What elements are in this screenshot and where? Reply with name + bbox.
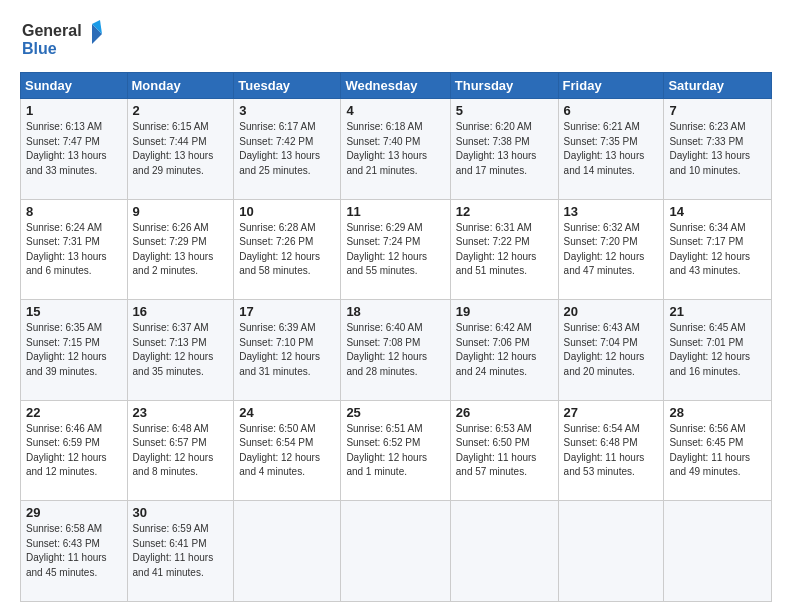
day-number: 17	[239, 304, 335, 319]
calendar-cell: 27Sunrise: 6:54 AM Sunset: 6:48 PM Dayli…	[558, 400, 664, 501]
calendar-cell: 4Sunrise: 6:18 AM Sunset: 7:40 PM Daylig…	[341, 99, 450, 200]
day-header-saturday: Saturday	[664, 73, 772, 99]
day-number: 13	[564, 204, 659, 219]
day-number: 25	[346, 405, 444, 420]
day-number: 19	[456, 304, 553, 319]
calendar-cell	[234, 501, 341, 602]
day-detail: Sunrise: 6:35 AM Sunset: 7:15 PM Dayligh…	[26, 321, 122, 379]
day-detail: Sunrise: 6:53 AM Sunset: 6:50 PM Dayligh…	[456, 422, 553, 480]
calendar-cell: 15Sunrise: 6:35 AM Sunset: 7:15 PM Dayli…	[21, 300, 128, 401]
day-detail: Sunrise: 6:51 AM Sunset: 6:52 PM Dayligh…	[346, 422, 444, 480]
day-header-thursday: Thursday	[450, 73, 558, 99]
day-detail: Sunrise: 6:32 AM Sunset: 7:20 PM Dayligh…	[564, 221, 659, 279]
day-detail: Sunrise: 6:15 AM Sunset: 7:44 PM Dayligh…	[133, 120, 229, 178]
day-detail: Sunrise: 6:48 AM Sunset: 6:57 PM Dayligh…	[133, 422, 229, 480]
logo: General Blue	[20, 16, 110, 64]
calendar-cell: 8Sunrise: 6:24 AM Sunset: 7:31 PM Daylig…	[21, 199, 128, 300]
day-detail: Sunrise: 6:23 AM Sunset: 7:33 PM Dayligh…	[669, 120, 766, 178]
calendar-week-row: 15Sunrise: 6:35 AM Sunset: 7:15 PM Dayli…	[21, 300, 772, 401]
day-number: 30	[133, 505, 229, 520]
calendar-cell: 16Sunrise: 6:37 AM Sunset: 7:13 PM Dayli…	[127, 300, 234, 401]
calendar-cell	[558, 501, 664, 602]
calendar-cell	[341, 501, 450, 602]
calendar-cell: 20Sunrise: 6:43 AM Sunset: 7:04 PM Dayli…	[558, 300, 664, 401]
calendar-table: SundayMondayTuesdayWednesdayThursdayFrid…	[20, 72, 772, 602]
day-number: 5	[456, 103, 553, 118]
day-number: 10	[239, 204, 335, 219]
day-header-friday: Friday	[558, 73, 664, 99]
day-number: 21	[669, 304, 766, 319]
day-detail: Sunrise: 6:20 AM Sunset: 7:38 PM Dayligh…	[456, 120, 553, 178]
day-number: 7	[669, 103, 766, 118]
day-number: 3	[239, 103, 335, 118]
day-detail: Sunrise: 6:18 AM Sunset: 7:40 PM Dayligh…	[346, 120, 444, 178]
day-detail: Sunrise: 6:39 AM Sunset: 7:10 PM Dayligh…	[239, 321, 335, 379]
calendar-cell: 6Sunrise: 6:21 AM Sunset: 7:35 PM Daylig…	[558, 99, 664, 200]
day-number: 8	[26, 204, 122, 219]
day-detail: Sunrise: 6:40 AM Sunset: 7:08 PM Dayligh…	[346, 321, 444, 379]
day-number: 14	[669, 204, 766, 219]
day-header-sunday: Sunday	[21, 73, 128, 99]
day-number: 28	[669, 405, 766, 420]
day-detail: Sunrise: 6:26 AM Sunset: 7:29 PM Dayligh…	[133, 221, 229, 279]
day-detail: Sunrise: 6:43 AM Sunset: 7:04 PM Dayligh…	[564, 321, 659, 379]
svg-text:General: General	[22, 22, 82, 39]
day-detail: Sunrise: 6:54 AM Sunset: 6:48 PM Dayligh…	[564, 422, 659, 480]
calendar-cell: 30Sunrise: 6:59 AM Sunset: 6:41 PM Dayli…	[127, 501, 234, 602]
day-detail: Sunrise: 6:13 AM Sunset: 7:47 PM Dayligh…	[26, 120, 122, 178]
day-detail: Sunrise: 6:37 AM Sunset: 7:13 PM Dayligh…	[133, 321, 229, 379]
day-detail: Sunrise: 6:59 AM Sunset: 6:41 PM Dayligh…	[133, 522, 229, 580]
calendar-cell: 21Sunrise: 6:45 AM Sunset: 7:01 PM Dayli…	[664, 300, 772, 401]
day-number: 11	[346, 204, 444, 219]
calendar-cell: 10Sunrise: 6:28 AM Sunset: 7:26 PM Dayli…	[234, 199, 341, 300]
calendar-cell: 14Sunrise: 6:34 AM Sunset: 7:17 PM Dayli…	[664, 199, 772, 300]
calendar-cell	[450, 501, 558, 602]
calendar-cell: 11Sunrise: 6:29 AM Sunset: 7:24 PM Dayli…	[341, 199, 450, 300]
calendar-cell: 3Sunrise: 6:17 AM Sunset: 7:42 PM Daylig…	[234, 99, 341, 200]
calendar-cell: 5Sunrise: 6:20 AM Sunset: 7:38 PM Daylig…	[450, 99, 558, 200]
day-detail: Sunrise: 6:45 AM Sunset: 7:01 PM Dayligh…	[669, 321, 766, 379]
calendar-cell: 7Sunrise: 6:23 AM Sunset: 7:33 PM Daylig…	[664, 99, 772, 200]
calendar-cell: 29Sunrise: 6:58 AM Sunset: 6:43 PM Dayli…	[21, 501, 128, 602]
calendar-cell: 12Sunrise: 6:31 AM Sunset: 7:22 PM Dayli…	[450, 199, 558, 300]
calendar-cell: 28Sunrise: 6:56 AM Sunset: 6:45 PM Dayli…	[664, 400, 772, 501]
calendar-cell: 26Sunrise: 6:53 AM Sunset: 6:50 PM Dayli…	[450, 400, 558, 501]
day-detail: Sunrise: 6:21 AM Sunset: 7:35 PM Dayligh…	[564, 120, 659, 178]
day-number: 23	[133, 405, 229, 420]
day-number: 2	[133, 103, 229, 118]
calendar-week-row: 22Sunrise: 6:46 AM Sunset: 6:59 PM Dayli…	[21, 400, 772, 501]
day-number: 4	[346, 103, 444, 118]
day-number: 20	[564, 304, 659, 319]
day-detail: Sunrise: 6:28 AM Sunset: 7:26 PM Dayligh…	[239, 221, 335, 279]
calendar-cell: 19Sunrise: 6:42 AM Sunset: 7:06 PM Dayli…	[450, 300, 558, 401]
day-number: 15	[26, 304, 122, 319]
day-number: 6	[564, 103, 659, 118]
calendar-week-row: 8Sunrise: 6:24 AM Sunset: 7:31 PM Daylig…	[21, 199, 772, 300]
day-number: 22	[26, 405, 122, 420]
calendar-cell: 23Sunrise: 6:48 AM Sunset: 6:57 PM Dayli…	[127, 400, 234, 501]
day-number: 29	[26, 505, 122, 520]
calendar-cell: 24Sunrise: 6:50 AM Sunset: 6:54 PM Dayli…	[234, 400, 341, 501]
day-header-wednesday: Wednesday	[341, 73, 450, 99]
day-detail: Sunrise: 6:31 AM Sunset: 7:22 PM Dayligh…	[456, 221, 553, 279]
calendar-cell: 9Sunrise: 6:26 AM Sunset: 7:29 PM Daylig…	[127, 199, 234, 300]
day-number: 1	[26, 103, 122, 118]
day-number: 16	[133, 304, 229, 319]
day-number: 18	[346, 304, 444, 319]
day-number: 12	[456, 204, 553, 219]
day-number: 9	[133, 204, 229, 219]
page: General Blue SundayMondayTuesdayWednesda…	[0, 0, 792, 612]
svg-text:Blue: Blue	[22, 40, 57, 57]
day-detail: Sunrise: 6:42 AM Sunset: 7:06 PM Dayligh…	[456, 321, 553, 379]
day-number: 27	[564, 405, 659, 420]
calendar-cell: 13Sunrise: 6:32 AM Sunset: 7:20 PM Dayli…	[558, 199, 664, 300]
calendar-header-row: SundayMondayTuesdayWednesdayThursdayFrid…	[21, 73, 772, 99]
calendar-cell: 18Sunrise: 6:40 AM Sunset: 7:08 PM Dayli…	[341, 300, 450, 401]
day-number: 24	[239, 405, 335, 420]
calendar-cell: 17Sunrise: 6:39 AM Sunset: 7:10 PM Dayli…	[234, 300, 341, 401]
day-detail: Sunrise: 6:29 AM Sunset: 7:24 PM Dayligh…	[346, 221, 444, 279]
day-number: 26	[456, 405, 553, 420]
day-detail: Sunrise: 6:24 AM Sunset: 7:31 PM Dayligh…	[26, 221, 122, 279]
logo-icon: General Blue	[20, 16, 110, 60]
day-header-tuesday: Tuesday	[234, 73, 341, 99]
